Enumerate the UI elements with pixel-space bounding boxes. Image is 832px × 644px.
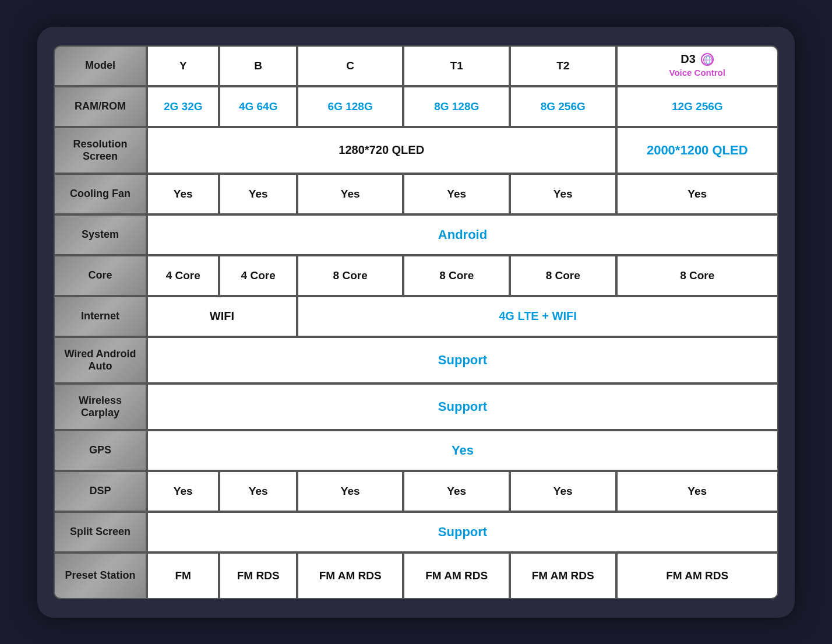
label-preset-station: Preset Station (54, 552, 147, 599)
col-core-d3: 8 Core (616, 255, 779, 296)
col-model-d3: D3 Voice Control (616, 45, 779, 86)
row-resolution: Resolution Screen 1280*720 QLED 2000*120… (54, 127, 778, 174)
col-resolution-d3: 2000*1200 QLED (616, 127, 779, 174)
row-split-screen: Split Screen Support (54, 512, 778, 552)
col-wireless-carplay-span: Support (147, 383, 778, 430)
label-ramrom: RAM/ROM (54, 86, 147, 127)
col-preset-c: FM AM RDS (297, 552, 404, 599)
label-coolingfan: Cooling Fan (54, 174, 147, 214)
col-core-t1: 8 Core (403, 255, 510, 296)
col-dsp-t2: Yes (510, 471, 616, 512)
row-preset-station: Preset Station FM FM RDS FM AM RDS FM AM… (54, 552, 778, 599)
col-wired-android-auto-span: Support (147, 337, 778, 383)
row-model: Model Y B C T1 T2 D3 Voice Control (54, 45, 778, 86)
col-model-y: Y (147, 45, 219, 86)
row-wired-android-auto: Wired Android Auto Support (54, 337, 778, 383)
row-ramrom: RAM/ROM 2G 32G 4G 64G 6G 128G 8G 128G 8G… (54, 86, 778, 127)
col-system-span: Android (147, 214, 778, 255)
col-preset-y: FM (147, 552, 219, 599)
col-core-b: 4 Core (219, 255, 297, 296)
d3-title-text: D3 (681, 52, 696, 65)
col-preset-t1: FM AM RDS (403, 552, 510, 599)
label-wired-android-auto: Wired Android Auto (54, 337, 147, 383)
col-ramrom-b: 4G 64G (219, 86, 297, 127)
label-resolution: Resolution Screen (54, 127, 147, 174)
col-ramrom-t2: 8G 256G (510, 86, 616, 127)
col-core-c: 8 Core (297, 255, 404, 296)
col-coolingfan-d3: Yes (616, 174, 779, 214)
voice-control-label: Voice Control (669, 68, 725, 78)
col-dsp-y: Yes (147, 471, 219, 512)
row-dsp: DSP Yes Yes Yes Yes Yes Yes (54, 471, 778, 512)
label-model: Model (54, 45, 147, 86)
col-ramrom-y: 2G 32G (147, 86, 219, 127)
col-gps-span: Yes (147, 430, 778, 471)
col-model-t1: T1 (403, 45, 510, 86)
row-core: Core 4 Core 4 Core 8 Core 8 Core 8 Core … (54, 255, 778, 296)
col-coolingfan-y: Yes (147, 174, 219, 214)
col-split-screen-span: Support (147, 512, 778, 552)
row-coolingfan: Cooling Fan Yes Yes Yes Yes Yes Yes (54, 174, 778, 214)
label-dsp: DSP (54, 471, 147, 512)
row-gps: GPS Yes (54, 430, 778, 471)
d3-icon (701, 53, 714, 66)
label-gps: GPS (54, 430, 147, 471)
col-preset-t2: FM AM RDS (510, 552, 616, 599)
col-preset-d3: FM AM RDS (616, 552, 779, 599)
col-coolingfan-b: Yes (219, 174, 297, 214)
col-coolingfan-t1: Yes (403, 174, 510, 214)
label-internet: Internet (54, 296, 147, 337)
col-dsp-t1: Yes (403, 471, 510, 512)
col-model-c: C (297, 45, 404, 86)
label-wireless-carplay: Wireless Carplay (54, 383, 147, 430)
comparison-table-container: Model Y B C T1 T2 D3 Voice Control (37, 27, 795, 618)
label-core: Core (54, 255, 147, 296)
label-system: System (54, 214, 147, 255)
col-ramrom-t1: 8G 128G (403, 86, 510, 127)
col-coolingfan-t2: Yes (510, 174, 616, 214)
row-internet: Internet WIFI 4G LTE + WIFI (54, 296, 778, 337)
col-preset-b: FM RDS (219, 552, 297, 599)
col-model-t2: T2 (510, 45, 616, 86)
col-internet-wifi: WIFI (147, 296, 297, 337)
col-dsp-c: Yes (297, 471, 404, 512)
col-dsp-b: Yes (219, 471, 297, 512)
col-ramrom-d3: 12G 256G (616, 86, 779, 127)
label-split-screen: Split Screen (54, 512, 147, 552)
col-model-b: B (219, 45, 297, 86)
col-dsp-d3: Yes (616, 471, 779, 512)
comparison-table: Model Y B C T1 T2 D3 Voice Control (54, 45, 778, 599)
col-resolution-span: 1280*720 QLED (147, 127, 616, 174)
col-core-t2: 8 Core (510, 255, 616, 296)
col-core-y: 4 Core (147, 255, 219, 296)
row-wireless-carplay: Wireless Carplay Support (54, 383, 778, 430)
row-system: System Android (54, 214, 778, 255)
col-coolingfan-c: Yes (297, 174, 404, 214)
col-ramrom-c: 6G 128G (297, 86, 404, 127)
col-internet-lte: 4G LTE + WIFI (297, 296, 778, 337)
